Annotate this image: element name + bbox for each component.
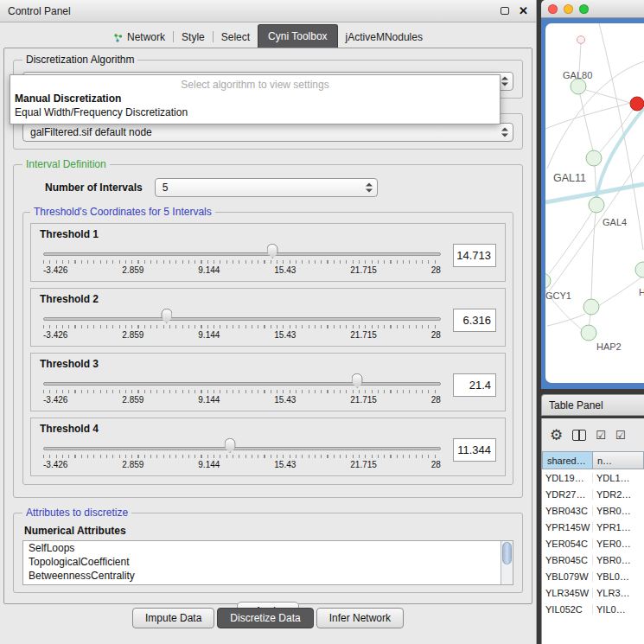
table-row[interactable]: YDL19…YDL1…	[542, 469, 644, 486]
table-row[interactable]: YLR345WYLR3…	[542, 584, 644, 601]
network-node[interactable]	[577, 36, 585, 44]
threshold-slider-row: -3.4262.8599.14415.4321.7152814.713	[40, 242, 496, 278]
slider-thumb[interactable]	[352, 373, 363, 388]
scale-label: 15.43	[274, 460, 296, 469]
table-row[interactable]: YPR145WYPR1…	[542, 519, 644, 535]
column-header-name[interactable]: n…	[593, 451, 644, 469]
control-panel-titlebar[interactable]: Control Panel ✕	[0, 0, 536, 22]
slider-thumb[interactable]	[267, 244, 278, 258]
column-header-shared[interactable]: shared…	[542, 451, 593, 469]
stepper-icon	[501, 76, 508, 87]
algorithm-dropdown-popup: Select algorithm to view settings Manual…	[10, 74, 501, 124]
threshold-value[interactable]: 21.4	[453, 373, 496, 397]
tab-infer-network[interactable]: Infer Network	[316, 608, 404, 628]
scale-label: 2.859	[122, 395, 143, 405]
slider-track[interactable]	[43, 447, 441, 450]
table-row[interactable]: YIL052CYIL0…	[542, 601, 644, 617]
threshold-value[interactable]: 6.316	[453, 309, 496, 332]
tab-cyni-toolbox[interactable]: Cyni Toolbox	[258, 24, 337, 48]
tab-network[interactable]: Network	[105, 27, 173, 48]
table-header-row: shared… n…	[542, 451, 644, 469]
slider-track[interactable]	[43, 317, 441, 321]
tab-style[interactable]: Style	[174, 27, 213, 48]
attribute-item[interactable]: BetweennessCentrality	[23, 569, 513, 583]
table-body: YDL19…YDL1…YDR27…YDR2…YBR043CYBR0…YPR145…	[542, 469, 644, 644]
select-all-icon[interactable]: ☑	[596, 430, 606, 441]
scale-label: -3.426	[43, 395, 67, 405]
table-panel-titlebar[interactable]: Table Panel	[541, 394, 644, 416]
group-legend: Discretization Algorithm	[22, 54, 137, 66]
close-icon[interactable]: ✕	[519, 5, 528, 16]
network-window-titlebar[interactable]	[541, 0, 644, 18]
threshold-value[interactable]: 11.344	[453, 438, 496, 462]
network-node[interactable]	[635, 262, 644, 277]
number-of-intervals-combobox[interactable]: 5	[155, 178, 378, 197]
control-panel-window: Control Panel ✕ Network Style Select Cyn…	[0, 0, 537, 644]
network-node[interactable]	[586, 150, 602, 166]
table-cell: YBR0…	[593, 506, 644, 516]
node-label: HAP2	[596, 341, 622, 352]
dropdown-option-equal-width[interactable]: Equal Width/Frequency Discretization	[10, 105, 500, 119]
slider-ticks	[43, 325, 441, 328]
network-node[interactable]	[581, 325, 596, 341]
tab-jactivemnodules[interactable]: jActiveMNodules	[338, 27, 430, 48]
network-node[interactable]	[589, 197, 604, 213]
float-window-icon[interactable]	[501, 7, 509, 15]
threshold-slider[interactable]: -3.4262.8599.14415.4321.71528	[43, 242, 441, 278]
slider-scale-labels: -3.4262.8599.14415.4321.71528	[43, 395, 441, 405]
gear-icon[interactable]: ⚙	[550, 428, 563, 443]
attribute-item[interactable]: TopologicalCoefficient	[23, 555, 513, 569]
tab-discretize-data[interactable]: Discretize Data	[217, 608, 313, 628]
dropdown-option-manual[interactable]: Manual Discretization	[10, 92, 500, 105]
slider-track[interactable]	[43, 382, 441, 386]
table-row[interactable]: YBL079WYBL0…	[542, 568, 644, 584]
tab-label: Style	[182, 31, 205, 43]
network-node-red[interactable]	[630, 97, 644, 111]
zoom-button[interactable]	[579, 4, 589, 14]
table-data-combobox[interactable]: galFiltered.sif default node	[22, 123, 513, 142]
table-row[interactable]: YER054CYER0…	[542, 535, 644, 552]
threshold-slider[interactable]: -3.4262.8599.14415.4321.71528	[43, 372, 441, 408]
threshold-box: Threshold 3-3.4262.8599.14415.4321.71528…	[30, 353, 506, 411]
scale-label: 21.715	[350, 265, 377, 275]
select-column-icon[interactable]: ☑	[615, 430, 626, 441]
attribute-list[interactable]: SelfLoopsTopologicalCoefficientBetweenne…	[22, 540, 513, 585]
slider-track[interactable]	[43, 252, 441, 256]
scale-label: 15.43	[274, 395, 296, 405]
dropdown-placeholder: Select algorithm to view settings	[10, 78, 500, 92]
attribute-item[interactable]: SelfLoops	[23, 541, 513, 555]
table-row[interactable]: YBR043CYBR0…	[542, 502, 644, 519]
scrollbar-thumb[interactable]	[502, 542, 512, 564]
network-canvas[interactable]: GAL80 GAL11 GAL4 GCY1 HAP2 H	[545, 23, 644, 383]
attributes-group: Attributes to discretize Numerical Attri…	[13, 507, 523, 593]
threshold-slider[interactable]: -3.4262.8599.14415.4321.71528	[43, 307, 441, 343]
table-row[interactable]: YDR27…YDR2…	[542, 486, 644, 502]
threshold-value[interactable]: 14.713	[453, 244, 496, 267]
slider-ticks	[43, 260, 441, 264]
network-node[interactable]	[571, 79, 586, 94]
tab-label: Cyni Toolbox	[268, 30, 327, 42]
tab-select[interactable]: Select	[214, 27, 258, 48]
minimize-button[interactable]	[564, 4, 573, 14]
tab-label: jActiveMNodules	[346, 31, 423, 43]
threshold-slider[interactable]: -3.4262.8599.14415.4321.71528	[43, 437, 441, 473]
table-cell: YIL052C	[542, 604, 593, 615]
scrollbar[interactable]	[501, 541, 513, 584]
network-node[interactable]	[545, 273, 551, 289]
slider-scale-labels: -3.4262.8599.14415.4321.71528	[43, 330, 441, 340]
thresholds-group: Threshold's Coordinates for 5 Intervals …	[22, 206, 513, 485]
table-cell: YDL19…	[542, 473, 593, 483]
table-cell: YPR145W	[542, 522, 593, 532]
slider-thumb[interactable]	[161, 309, 172, 323]
node-label: GAL11	[553, 172, 586, 184]
network-node[interactable]	[583, 299, 599, 315]
tab-impute-data[interactable]: Impute Data	[132, 608, 214, 628]
slider-ticks	[43, 455, 441, 458]
close-button[interactable]	[548, 4, 558, 14]
table-cell: YER054C	[542, 539, 593, 549]
scale-label: 9.144	[198, 265, 220, 275]
table-row[interactable]: YBR045CYBR0…	[542, 552, 644, 568]
slider-thumb[interactable]	[225, 438, 236, 453]
slider-scale-labels: -3.4262.8599.14415.4321.71528	[43, 460, 441, 469]
columns-icon[interactable]	[572, 430, 586, 441]
